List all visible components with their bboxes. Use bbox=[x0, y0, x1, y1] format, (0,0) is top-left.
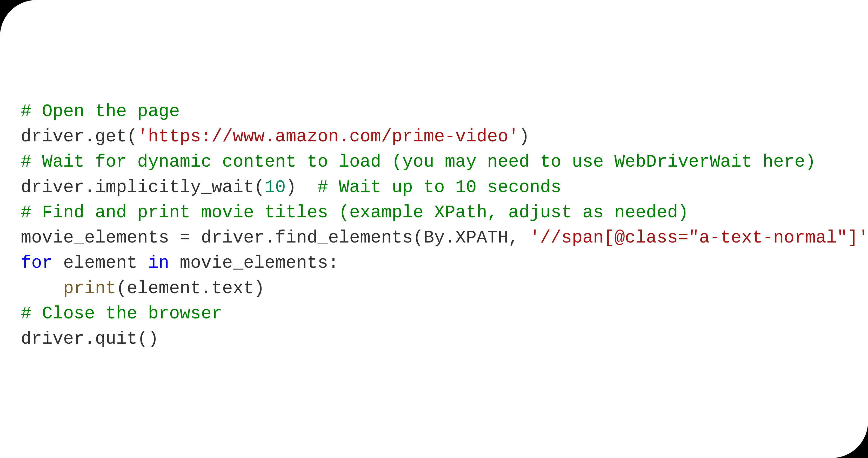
code-token bbox=[21, 278, 63, 298]
code-token: for bbox=[21, 253, 53, 273]
code-token: element bbox=[53, 253, 148, 273]
code-line: driver.quit() bbox=[21, 326, 847, 351]
code-token: ) bbox=[519, 126, 530, 147]
code-token: # Wait for dynamic content to load (you … bbox=[21, 152, 816, 172]
code-token: movie_elements: bbox=[169, 253, 339, 273]
code-line: driver.get('https://www.amazon.com/prime… bbox=[21, 124, 847, 149]
code-token: (element.text) bbox=[116, 278, 265, 298]
code-token: 10 bbox=[265, 177, 286, 197]
code-token: ) bbox=[286, 177, 317, 197]
code-token: # Open the page bbox=[21, 102, 180, 121]
code-token: driver.implicitly_wait( bbox=[21, 177, 265, 197]
code-token: # Close the browser bbox=[21, 304, 222, 324]
code-line: driver.implicitly_wait(10) # Wait up to … bbox=[21, 175, 847, 200]
code-token: in bbox=[148, 253, 169, 273]
code-line: print(element.text) bbox=[21, 276, 847, 301]
code-token: movie_elements = driver.find_elements(By… bbox=[21, 228, 530, 248]
code-token: 'https://www.amazon.com/prime-video' bbox=[137, 126, 519, 147]
code-block: # Open the pagedriver.get('https://www.a… bbox=[21, 99, 847, 351]
code-line: # Wait for dynamic content to load (you … bbox=[21, 149, 847, 174]
code-line: # Open the page bbox=[21, 99, 847, 124]
code-token: # Wait up to 10 seconds bbox=[318, 177, 561, 197]
code-line: movie_elements = driver.find_elements(By… bbox=[21, 225, 847, 250]
code-line: # Close the browser bbox=[21, 301, 847, 326]
code-line: # Find and print movie titles (example X… bbox=[21, 200, 847, 225]
slide: # Open the pagedriver.get('https://www.a… bbox=[0, 0, 868, 458]
code-token: driver.get( bbox=[21, 126, 137, 147]
code-token: '//span[@class="a-text-normal"]' bbox=[530, 228, 868, 248]
code-token: driver.quit() bbox=[21, 329, 159, 349]
code-line: for element in movie_elements: bbox=[21, 250, 847, 276]
code-token: print bbox=[63, 278, 116, 298]
code-token: # Find and print movie titles (example X… bbox=[21, 202, 688, 223]
